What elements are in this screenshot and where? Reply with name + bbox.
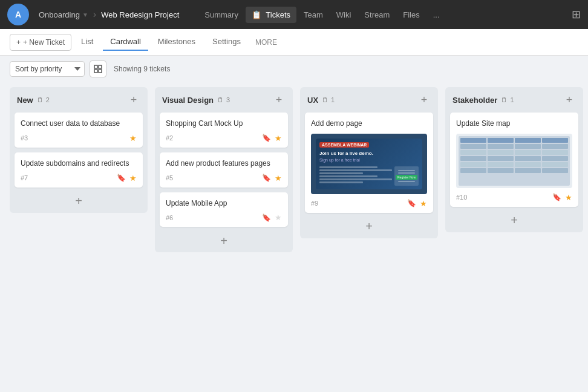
card-c2-title: Update subdomains and redirects (21, 158, 137, 169)
card-c6-title: Add demo page (311, 119, 427, 129)
tab-files[interactable]: Files (397, 7, 425, 23)
column-ux-footer: + (300, 215, 438, 238)
expand-icon (94, 65, 102, 73)
top-nav: A Onboarding ▼ › Web Redesign Project Su… (0, 0, 588, 29)
nav-tabs: Summary 📋 Tickets Team Wiki Stream Files… (198, 7, 445, 23)
card-c4-star[interactable]: ★ (275, 174, 282, 183)
column-sh-body: Update Site map (445, 110, 583, 209)
column-sh-header: Stakeholder 🗒 1 + (445, 87, 583, 110)
card-c5-title: Update Mobile App (166, 198, 282, 209)
card-c6-bookmark[interactable]: 🔖 (407, 199, 416, 207)
column-vd-title: Visual Design (162, 96, 214, 105)
card-c3[interactable]: Shopping Cart Mock Up #2 🔖 ★ (160, 113, 288, 148)
card-c3-id: #2 (166, 134, 173, 142)
card-c7-bookmark[interactable]: 🔖 (552, 193, 561, 201)
grid-icon[interactable]: ⊞ (572, 8, 581, 21)
logo-button[interactable]: A (7, 4, 29, 25)
svg-rect-3 (99, 70, 102, 73)
column-stakeholder: Stakeholder 🗒 1 + Update Site map (445, 87, 583, 232)
column-ux-title: UX (307, 96, 318, 105)
nav-right: ⊞ (572, 8, 581, 21)
add-card-new-button[interactable]: + (72, 195, 85, 208)
column-vd-count: 3 (226, 96, 230, 103)
column-ux-header: UX 🗒 1 + (300, 87, 438, 110)
vd-count-icon: 🗒 (217, 96, 224, 103)
sh-count-icon: 🗒 (501, 96, 508, 103)
card-c5-id: #6 (166, 214, 173, 221)
card-c7-star[interactable]: ★ (565, 193, 572, 202)
column-sh-title: Stakeholder (452, 96, 497, 105)
svg-rect-0 (94, 65, 97, 68)
card-c1-star[interactable]: ★ (129, 134, 137, 143)
column-vd-header: Visual Design 🗒 3 + (155, 87, 293, 110)
tab-stream[interactable]: Stream (358, 7, 396, 23)
column-ux: UX 🗒 1 + Add demo page ASSEMBLA WEBINAR … (300, 87, 438, 238)
svg-rect-1 (99, 65, 102, 68)
ticket-count-icon: 🗒 (37, 96, 44, 103)
add-to-vd-button[interactable]: + (272, 93, 286, 106)
card-c2-id: #7 (21, 174, 28, 181)
card-c5[interactable]: Update Mobile App #6 🔖 ★ (160, 192, 288, 227)
toolbar: Sort by priority Sort by date Sort by as… (0, 56, 588, 82)
column-new-header: New 🗒 2 + (10, 87, 148, 110)
sub-nav: + + New Ticket List Cardwall Milestones … (0, 29, 588, 56)
card-c6-star[interactable]: ★ (420, 199, 427, 208)
breadcrumb-onboarding[interactable]: Onboarding ▼ (34, 8, 93, 22)
sub-nav-more[interactable]: MORE (250, 36, 282, 49)
sort-select[interactable]: Sort by priority Sort by date Sort by as… (10, 61, 85, 77)
card-c4-bookmark[interactable]: 🔖 (262, 174, 271, 182)
chevron-icon: ▼ (82, 11, 88, 18)
add-to-ux-button[interactable]: + (417, 93, 431, 106)
tab-more[interactable]: ... (427, 7, 446, 23)
card-c7-id: #10 (456, 194, 467, 201)
tab-wiki[interactable]: Wiki (330, 7, 358, 23)
tab-cardwall[interactable]: Cardwall (103, 33, 148, 51)
card-c5-bookmark[interactable]: 🔖 (262, 214, 271, 222)
card-c2[interactable]: Update subdomains and redirects #7 🔖 ★ (15, 152, 143, 188)
card-c6[interactable]: Add demo page ASSEMBLA WEBINAR Join us f… (305, 113, 433, 213)
column-vd-footer: + (155, 229, 293, 252)
board: New 🗒 2 + Connect user data to database … (0, 82, 588, 392)
add-card-vd-button[interactable]: + (217, 234, 230, 247)
breadcrumb: Onboarding ▼ › Web Redesign Project (34, 8, 184, 22)
add-card-ux-button[interactable]: + (362, 220, 376, 234)
card-c3-star[interactable]: ★ (275, 134, 282, 143)
column-new-footer: + (10, 190, 148, 213)
webinar-badge: ASSEMBLA WEBINAR (319, 142, 369, 148)
add-to-new-button[interactable]: + (127, 93, 140, 106)
card-c6-id: #9 (311, 200, 318, 207)
ux-count-icon: 🗒 (322, 96, 328, 103)
column-new-title: New (17, 96, 33, 105)
add-to-sh-button[interactable]: + (563, 93, 576, 106)
card-c5-star[interactable]: ★ (275, 213, 282, 222)
card-c7[interactable]: Update Site map (450, 113, 578, 207)
tab-settings[interactable]: Settings (205, 33, 248, 51)
tab-summary[interactable]: Summary (198, 7, 244, 23)
card-c1[interactable]: Connect user data to database #3 ★ (15, 113, 143, 148)
tab-tickets[interactable]: 📋 Tickets (246, 7, 296, 23)
column-new-body: Connect user data to database #3 ★ Updat… (10, 110, 148, 190)
tab-milestones[interactable]: Milestones (151, 33, 203, 51)
column-new: New 🗒 2 + Connect user data to database … (10, 87, 148, 213)
card-c2-bookmark[interactable]: 🔖 (117, 174, 126, 182)
column-visual-design: Visual Design 🗒 3 + Shopping Cart Mock U… (155, 87, 293, 252)
column-new-count: 2 (46, 96, 50, 103)
expand-button[interactable] (90, 60, 106, 77)
breadcrumb-project[interactable]: Web Redesign Project (96, 8, 184, 22)
column-vd-body: Shopping Cart Mock Up #2 🔖 ★ Add new pro… (155, 110, 293, 229)
column-sh-footer: + (445, 209, 583, 232)
svg-rect-2 (94, 70, 97, 73)
card-c3-bookmark[interactable]: 🔖 (262, 134, 271, 142)
add-card-sh-button[interactable]: + (508, 214, 521, 227)
tab-list[interactable]: List (74, 33, 100, 51)
card-c3-title: Shopping Cart Mock Up (166, 119, 282, 129)
card-c6-image: ASSEMBLA WEBINAR Join us for a live demo… (311, 134, 427, 194)
tab-team[interactable]: Team (298, 7, 329, 23)
new-ticket-button[interactable]: + + New Ticket (10, 34, 71, 51)
column-ux-body: Add demo page ASSEMBLA WEBINAR Join us f… (300, 110, 438, 215)
plus-icon: + (16, 38, 21, 47)
column-sh-count: 1 (510, 96, 514, 103)
card-c4-id: #5 (166, 174, 173, 181)
card-c2-star[interactable]: ★ (129, 174, 137, 183)
card-c4[interactable]: Add new product features pages #5 🔖 ★ (160, 152, 288, 188)
